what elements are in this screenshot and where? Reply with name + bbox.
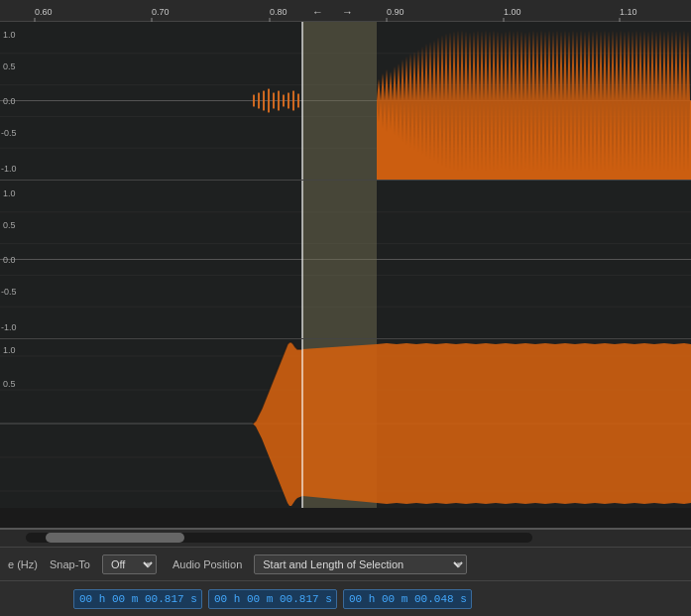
svg-rect-29 bbox=[268, 89, 270, 113]
svg-text:1.0: 1.0 bbox=[3, 30, 16, 40]
svg-rect-27 bbox=[258, 93, 260, 109]
svg-marker-61 bbox=[253, 342, 691, 424]
tracks-container: 1.0 0.5 0.0 -0.5 -1.0 bbox=[0, 22, 691, 528]
svg-rect-32 bbox=[283, 95, 285, 107]
scrollbar-row bbox=[0, 530, 691, 548]
svg-text:→: → bbox=[342, 6, 353, 18]
horizontal-scrollbar[interactable] bbox=[26, 533, 532, 543]
svg-text:-0.5: -0.5 bbox=[1, 128, 17, 138]
track-1: 1.0 0.5 0.0 -0.5 -1.0 bbox=[0, 22, 691, 181]
track-3: 1.0 0.5 bbox=[0, 339, 691, 508]
svg-text:-0.5: -0.5 bbox=[1, 287, 17, 297]
selection-type-select[interactable]: Start and Length of Selection bbox=[254, 554, 467, 574]
svg-text:0.60: 0.60 bbox=[35, 7, 53, 17]
svg-text:0.90: 0.90 bbox=[387, 7, 404, 17]
svg-rect-33 bbox=[288, 93, 289, 109]
freq-label: e (Hz) bbox=[8, 558, 38, 570]
snap-to-label: Snap-To bbox=[50, 558, 90, 570]
scrollbar-thumb[interactable] bbox=[46, 533, 184, 543]
svg-rect-34 bbox=[292, 91, 294, 111]
svg-text:1.00: 1.00 bbox=[504, 7, 521, 17]
svg-text:1.10: 1.10 bbox=[620, 7, 637, 17]
svg-text:←: ← bbox=[312, 6, 323, 18]
time-input-2[interactable] bbox=[208, 589, 337, 609]
time-input-3[interactable] bbox=[343, 589, 472, 609]
svg-text:1.0: 1.0 bbox=[3, 188, 16, 198]
svg-text:0.0: 0.0 bbox=[3, 97, 16, 107]
svg-rect-50 bbox=[302, 181, 377, 338]
svg-marker-62 bbox=[253, 424, 691, 506]
snap-dropdown-wrapper: Off bbox=[102, 554, 157, 574]
selection-dropdown-wrapper: Start and Length of Selection bbox=[254, 554, 467, 574]
svg-text:0.80: 0.80 bbox=[270, 7, 288, 17]
svg-text:0.5: 0.5 bbox=[3, 62, 16, 71]
svg-text:0.70: 0.70 bbox=[152, 7, 170, 17]
track-2: 1.0 0.5 0.0 -0.5 -1.0 bbox=[0, 181, 691, 339]
controls-row: e (Hz) Snap-To Off Audio Position Start … bbox=[0, 548, 691, 582]
svg-rect-25 bbox=[302, 22, 377, 180]
time-row bbox=[0, 581, 691, 616]
time-input-1[interactable] bbox=[73, 589, 202, 609]
svg-text:0.0: 0.0 bbox=[3, 256, 16, 266]
svg-text:1.0: 1.0 bbox=[3, 345, 16, 355]
svg-text:-1.0: -1.0 bbox=[1, 164, 17, 174]
audio-position-label: Audio Position bbox=[173, 558, 242, 570]
timeline-ruler[interactable]: 0.60 0.70 0.80 ← → 0.90 1.00 1.10 bbox=[0, 0, 691, 22]
svg-text:0.5: 0.5 bbox=[3, 379, 16, 389]
svg-rect-31 bbox=[278, 91, 280, 111]
svg-rect-35 bbox=[297, 94, 299, 108]
svg-rect-28 bbox=[263, 91, 265, 111]
svg-text:-1.0: -1.0 bbox=[1, 322, 17, 332]
svg-rect-30 bbox=[273, 93, 275, 109]
bottom-toolbar: e (Hz) Snap-To Off Audio Position Start … bbox=[0, 528, 691, 616]
snap-to-select[interactable]: Off bbox=[102, 554, 157, 574]
svg-rect-26 bbox=[253, 95, 255, 107]
svg-text:0.5: 0.5 bbox=[3, 220, 16, 230]
